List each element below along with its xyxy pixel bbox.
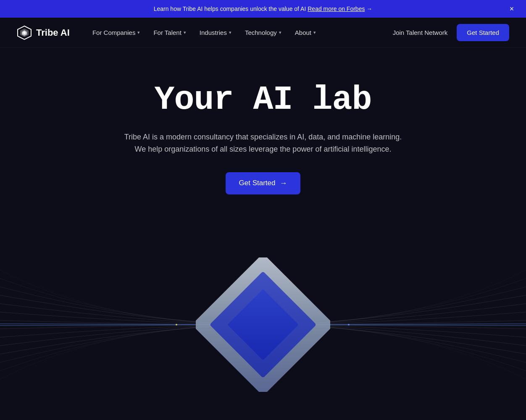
banner-message: Learn how Tribe AI helps companies unloc… [154,5,308,12]
svg-point-4 [176,324,177,326]
svg-point-3 [23,32,26,34]
hero-section: Your AI lab Tribe AI is a modern consult… [0,48,526,211]
join-talent-network-link[interactable]: Join Talent Network [387,26,454,39]
chevron-down-icon: ▾ [313,30,316,35]
nav-for-talent-label: For Talent [153,29,181,36]
arrow-right-icon: → [279,179,287,188]
nav-links: For Companies ▾ For Talent ▾ Industries … [87,26,387,39]
nav-about-label: About [295,29,311,36]
hero-title: Your AI lab [154,81,371,118]
hero-diamond-logo [196,257,330,392]
banner-close-button[interactable]: × [506,3,518,15]
nav-item-industries[interactable]: Industries ▾ [194,26,237,39]
nav-item-for-talent[interactable]: For Talent ▾ [147,26,192,39]
tribe-ai-logo-icon [17,25,32,40]
nav-for-companies-label: For Companies [92,29,136,36]
nav-item-for-companies[interactable]: For Companies ▾ [87,26,146,39]
hero-cta-label: Get Started [239,179,276,187]
banner-text: Learn how Tribe AI helps companies unloc… [154,5,373,12]
get-started-nav-button[interactable]: Get Started [457,24,509,41]
banner-arrow: → [366,5,372,12]
chevron-down-icon: ▾ [137,30,140,35]
announcement-banner: Learn how Tribe AI helps companies unloc… [0,0,526,18]
hero-visual [0,220,526,420]
nav-technology-label: Technology [245,29,277,36]
get-started-hero-button[interactable]: Get Started → [226,172,301,194]
main-navigation: Tribe AI For Companies ▾ For Talent ▾ In… [0,18,526,48]
hero-subtitle-line1: Tribe AI is a modern consultancy that sp… [124,133,402,141]
chevron-down-icon: ▾ [184,30,186,35]
logo-text: Tribe AI [36,27,70,38]
nav-item-about[interactable]: About ▾ [289,26,322,39]
hero-subtitle: Tribe AI is a modern consultancy that sp… [124,131,402,155]
nav-item-technology[interactable]: Technology ▾ [239,26,287,39]
hero-subtitle-line2: We help organizations of all sizes lever… [134,145,391,153]
chevron-down-icon: ▾ [279,30,281,35]
nav-industries-label: Industries [200,29,227,36]
svg-point-5 [348,324,350,326]
chevron-down-icon: ▾ [229,30,231,35]
banner-link[interactable]: Read more on Forbes [308,5,365,12]
diamond-svg [196,257,330,392]
logo[interactable]: Tribe AI [17,25,70,40]
